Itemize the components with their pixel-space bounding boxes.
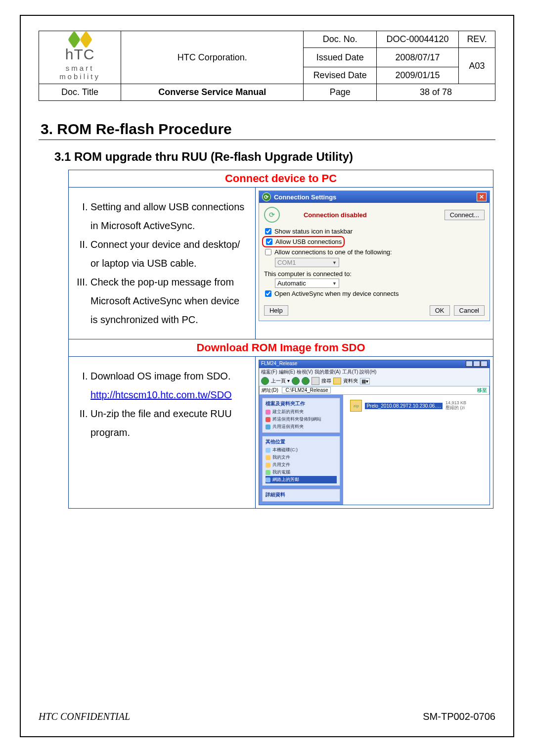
- connection-settings-dialog: ⟳ Connection Settings ✕ ⟳ Connection dis…: [259, 190, 490, 321]
- side-item[interactable]: 網路上的芳鄰: [266, 476, 337, 483]
- file-name: Prelo_2010.08.29T2.10.230.06.…: [365, 403, 443, 409]
- sync-status-icon: ⟳: [264, 207, 280, 223]
- doc-title-value: Converse Service Manual: [121, 84, 304, 101]
- side-item[interactable]: 將這個資料夾發佈到網站: [266, 416, 337, 423]
- doc-header-table: hTC smart mobility HTC Corporation. Doc.…: [39, 31, 495, 101]
- explorer-file-list[interactable]: zip Prelo_2010.08.29T2.10.230.06.… 14,91…: [343, 395, 490, 505]
- section1-step-3: Check the pop-up message from Microsoft …: [90, 273, 248, 329]
- section1-header: Connect device to PC: [69, 170, 493, 188]
- side-item[interactable]: 我的電腦: [266, 469, 337, 476]
- file-meta: 14,913 KB 壓縮的 (zi: [445, 401, 466, 411]
- open-activesync-checkbox-row[interactable]: Open ActiveSync when my device connects: [264, 289, 485, 298]
- section2-step-1: Download OS image from SDO. http://htcsc…: [90, 367, 248, 404]
- logo-cell: hTC smart mobility: [39, 31, 121, 84]
- dialog-title: Connection Settings: [274, 193, 336, 201]
- status-icon-label: Show status icon in taskbar: [274, 228, 353, 235]
- activesync-icon: ⟳: [262, 192, 271, 201]
- section1-image-cell: ⟳ Connection Settings ✕ ⟳ Connection dis…: [255, 188, 493, 339]
- issued-date-label: Issued Date: [304, 48, 377, 67]
- allow-com-checkbox[interactable]: [265, 249, 271, 255]
- revised-date-label: Revised Date: [304, 67, 377, 84]
- issued-date-value: 2008/07/17: [377, 48, 459, 67]
- page-label: Page: [304, 84, 377, 101]
- section2-header: Download ROM Image from SDO: [69, 339, 493, 357]
- status-icon-checkbox-row[interactable]: Show status icon in taskbar: [264, 227, 485, 236]
- section1-step-2: Connect your device and desktop/ or lapt…: [90, 235, 248, 273]
- connected-to-label: This computer is connected to:: [264, 268, 485, 278]
- explorer-sidebar: 檔案及資料夾工作 建立新的資料夾 將這個資料夾發佈到網站 共用這個資料夾 其他位…: [259, 395, 343, 505]
- rev-label: REV.: [459, 31, 495, 48]
- explorer-window: FLM24_Release 檔案(F) 編輯(E) 檢視(V) 我的最愛(A) …: [259, 360, 490, 505]
- zip-icon: zip: [350, 400, 362, 412]
- folders-icon[interactable]: [333, 378, 341, 384]
- connect-button[interactable]: Connect...: [445, 210, 485, 220]
- status-icon-checkbox[interactable]: [265, 228, 271, 235]
- explorer-titlebar: FLM24_Release: [259, 360, 490, 368]
- connected-to-select[interactable]: Automatic ▼: [275, 279, 339, 288]
- allow-usb-checkbox-row[interactable]: Allow USB connections: [265, 237, 342, 246]
- chevron-down-icon: ▼: [332, 281, 337, 286]
- open-activesync-checkbox[interactable]: [265, 290, 271, 297]
- section2-steps-cell: Download OS image from SDO. http://htcsc…: [69, 357, 256, 509]
- section1-steps-cell: Setting and allow USB connections in Mic…: [69, 188, 256, 339]
- doc-title-label: Doc. Title: [39, 84, 121, 101]
- section2-image-cell: FLM24_Release 檔案(F) 編輯(E) 檢視(V) 我的最愛(A) …: [255, 357, 493, 509]
- other-places-pane: 其他位置 本機磁碟(C:) 我的文件 共用文件 我的電腦 網路上的芳鄰: [262, 436, 340, 486]
- dialog-titlebar: ⟳ Connection Settings ✕: [259, 191, 490, 203]
- help-button[interactable]: Help: [264, 305, 288, 316]
- side-item[interactable]: 共用文件: [266, 461, 337, 469]
- search-icon[interactable]: [312, 377, 319, 385]
- cancel-button[interactable]: Cancel: [454, 305, 485, 316]
- side-item[interactable]: 我的文件: [266, 454, 337, 461]
- file-item[interactable]: zip Prelo_2010.08.29T2.10.230.06.… 14,91…: [348, 399, 485, 413]
- confidential-label: HTC CONFIDENTIAL: [39, 711, 130, 722]
- section-heading-1: 3. ROM Re-flash Procedure: [41, 121, 495, 138]
- side-item[interactable]: 建立新的資料夾: [266, 408, 337, 416]
- explorer-title: FLM24_Release: [261, 361, 297, 368]
- side-item[interactable]: 本機磁碟(C:): [266, 446, 337, 454]
- side-item[interactable]: 共用這個資料夾: [266, 423, 337, 430]
- com-port-select: COM1 ▼: [275, 258, 339, 267]
- section-heading-2: 3.1 ROM upgrade thru RUU (Re-flash Upgra…: [54, 150, 495, 164]
- section2-steps: Download OS image from SDO. http://htcsc…: [76, 367, 248, 442]
- window-buttons[interactable]: [465, 361, 488, 368]
- document-page: hTC smart mobility HTC Corporation. Doc.…: [20, 15, 514, 737]
- page-value: 38 of 78: [377, 84, 495, 101]
- revised-date-value: 2009/01/15: [377, 67, 459, 84]
- details-pane: 詳細資料: [262, 489, 340, 502]
- close-icon[interactable]: ✕: [477, 192, 487, 201]
- logo-subtext: smart mobility: [44, 64, 116, 81]
- section1-step-1: Setting and allow USB connections in Mic…: [90, 197, 248, 235]
- procedure-table: Connect device to PC Setting and allow U…: [68, 170, 493, 509]
- tasks-pane: 檔案及資料夾工作 建立新的資料夾 將這個資料夾發佈到網站 共用這個資料夾: [262, 398, 340, 433]
- htc-leaf-icon: [69, 34, 91, 45]
- logo-text: hTC: [65, 46, 95, 63]
- explorer-toolbar[interactable]: 上一頁 ▾ 搜尋 資料夾 ▦▾: [259, 376, 490, 386]
- section1-steps: Setting and allow USB connections in Mic…: [76, 197, 248, 329]
- doc-no-value: DOC-00044120: [377, 31, 459, 48]
- allow-usb-checkbox[interactable]: [266, 238, 272, 245]
- section2-step-2: Un-zip the file and execute RUU program.: [90, 404, 248, 442]
- page-footer: HTC CONFIDENTIAL SM-TP002-0706: [39, 711, 495, 722]
- explorer-menu[interactable]: 檔案(F) 編輯(E) 檢視(V) 我的最愛(A) 工具(T) 說明(H): [259, 368, 490, 376]
- heading-rule: [39, 140, 495, 140]
- views-icon[interactable]: ▦▾: [360, 378, 370, 384]
- rev-value: A03: [459, 48, 495, 84]
- allow-com-checkbox-row[interactable]: Allow connections to one of the followin…: [264, 247, 485, 257]
- address-bar[interactable]: 網址(D) C:\FLM24_Release 移至: [259, 386, 490, 395]
- ok-button[interactable]: OK: [430, 305, 450, 316]
- corporation-name: HTC Corporation.: [121, 31, 304, 84]
- footer-code: SM-TP002-0706: [423, 711, 495, 722]
- allow-com-label: Allow connections to one of the followin…: [274, 248, 392, 256]
- chevron-down-icon: ▼: [332, 260, 337, 265]
- open-activesync-label: Open ActiveSync when my device connects: [274, 290, 399, 297]
- sdo-link[interactable]: http://htcscm10.htc.com.tw/SDO: [90, 389, 232, 400]
- back-icon[interactable]: [261, 377, 269, 385]
- up-icon[interactable]: [302, 377, 310, 385]
- go-button[interactable]: 移至: [477, 387, 487, 393]
- usb-connections-highlight: Allow USB connections: [262, 236, 345, 247]
- doc-no-label: Doc. No.: [304, 31, 377, 48]
- connection-status: Connection disabled: [304, 211, 367, 219]
- forward-icon[interactable]: [292, 377, 300, 385]
- allow-usb-label: Allow USB connections: [275, 238, 342, 245]
